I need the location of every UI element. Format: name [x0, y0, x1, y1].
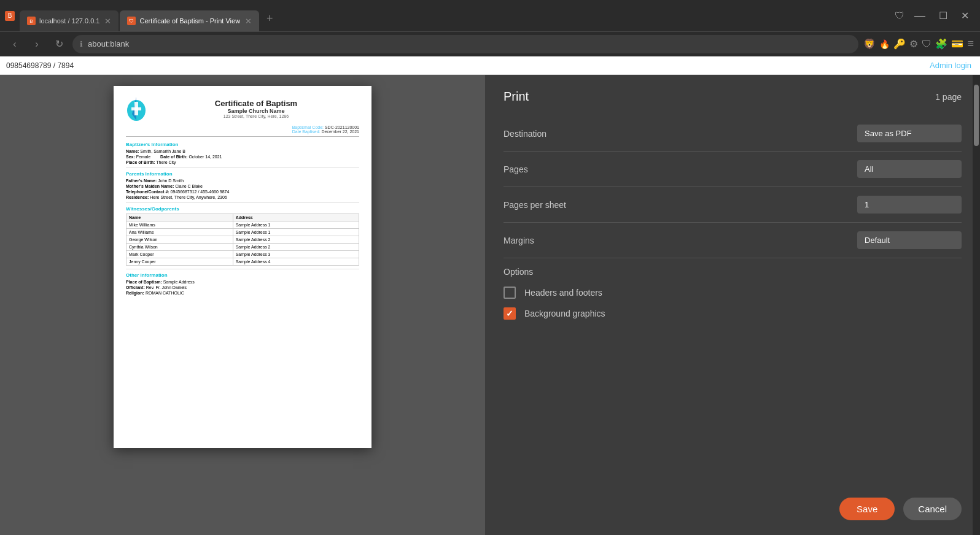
tab-close-1[interactable]: ✕ [104, 17, 111, 26]
options-label: Options [504, 267, 962, 277]
phone-number: 09854698789 / 7894 [6, 61, 74, 70]
witness-row: Mark CooperSample Address 3 [126, 251, 359, 258]
print-dialog: Certificate of Baptism Sample Church Nam… [0, 75, 980, 535]
refresh-button[interactable]: ↻ [50, 36, 68, 53]
maximize-button[interactable]: ☐ [934, 9, 952, 23]
tab-print-view[interactable]: 🛡 Certificate of Baptism - Print View ✕ [120, 10, 259, 31]
tab-favicon-2: 🛡 [127, 17, 136, 25]
page-count: 1 page [935, 92, 962, 102]
destination-label: Destination [504, 129, 546, 139]
preview-baptizee-title: Baptizee's Information [126, 142, 359, 147]
back-button[interactable]: ‹ [6, 36, 23, 53]
close-button[interactable]: ✕ [956, 9, 974, 23]
window-icon: B [5, 11, 15, 21]
brave-news-icon[interactable]: 🔥 [879, 39, 890, 49]
tab-close-2[interactable]: ✕ [245, 17, 252, 26]
witness-row: George WilsonSample Address 2 [126, 236, 359, 244]
preview-church-address: 123 Street, There City, Here, 1286 [153, 114, 359, 118]
witness-row: Ana WilliamsSample Address 1 [126, 229, 359, 236]
new-tab-button[interactable]: + [260, 12, 279, 25]
admin-login-link[interactable]: Admin login [930, 61, 971, 70]
minimize-button[interactable]: — [909, 8, 930, 23]
checkbox-check-icon: ✓ [506, 309, 513, 318]
witness-row: Cynthia WilsonSample Address 2 [126, 244, 359, 251]
witness-row: Jenny CooperSample Address 4 [126, 258, 359, 266]
settings-icon[interactable]: ⚙ [909, 38, 918, 50]
pages-label: Pages [504, 164, 528, 174]
preview-church-name: Sample Church Name [153, 108, 359, 114]
scrollbar-thumb[interactable] [974, 85, 979, 146]
menu-icon[interactable]: ≡ [967, 37, 974, 50]
preview-page: Certificate of Baptism Sample Church Nam… [114, 86, 371, 448]
address-bar[interactable]: ℹ about:blank [72, 35, 858, 53]
shield-icon[interactable]: 🛡 [922, 39, 931, 50]
pps-label: Pages per sheet [504, 200, 566, 210]
settings-pane: Print 1 page Destination Save as PDF Pag… [485, 75, 980, 535]
brave-shield-icon: 🛡 [895, 10, 906, 21]
preview-cert-title: Certificate of Baptism [153, 99, 359, 108]
margins-label: Margins [504, 236, 534, 245]
headers-footers-label: Headers and footers [524, 288, 602, 298]
preview-other-title: Other Information [126, 272, 359, 278]
preview-witnesses-title: Witnesses/Godparents [126, 206, 359, 212]
wallet-icon[interactable]: 💳 [951, 38, 963, 50]
preview-parents-title: Parents Information [126, 171, 359, 177]
pages-select[interactable]: All [857, 160, 962, 178]
background-graphics-label: Background graphics [524, 309, 605, 318]
pps-select[interactable]: 1 [857, 196, 962, 214]
witness-row: Mike WilliamsSample Address 1 [126, 221, 359, 229]
puzzle-icon[interactable]: 🧩 [935, 38, 947, 50]
cancel-button[interactable]: Cancel [903, 498, 962, 520]
save-button[interactable]: Save [839, 498, 895, 520]
tab-localhost[interactable]: B localhost / 127.0.0.1 ✕ [20, 10, 119, 31]
margins-select[interactable]: Default [857, 231, 962, 249]
headers-footers-checkbox[interactable] [504, 287, 516, 299]
forward-button[interactable]: › [28, 36, 45, 53]
print-title: Print [504, 90, 529, 104]
brave-rewards-icon[interactable]: 🦁 [863, 38, 876, 50]
extensions-icon[interactable]: 🔑 [893, 38, 906, 50]
scrollbar[interactable] [973, 75, 980, 535]
preview-pane: Certificate of Baptism Sample Church Nam… [0, 75, 485, 535]
background-graphics-checkbox[interactable]: ✓ [504, 307, 516, 320]
tab-favicon-1: B [27, 17, 36, 25]
security-icon: ℹ [80, 40, 83, 48]
svg-rect-7 [131, 107, 141, 110]
destination-select[interactable]: Save as PDF [857, 125, 962, 142]
